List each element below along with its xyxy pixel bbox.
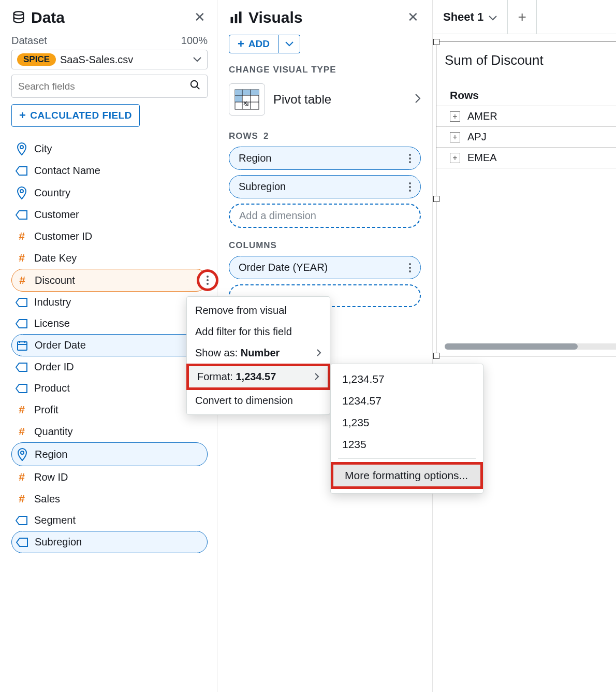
rows-well-label: ROWS <box>229 131 258 141</box>
dimension-icon <box>16 166 28 176</box>
close-icon[interactable]: ✕ <box>192 7 208 27</box>
field-label: Row ID <box>34 471 68 483</box>
add-sheet-button[interactable]: + <box>508 0 537 34</box>
field-row-id[interactable]: #Row ID <box>11 466 208 488</box>
columns-well-label: COLUMNS <box>229 240 277 251</box>
expand-icon[interactable]: + <box>450 132 460 142</box>
field-customer-id[interactable]: #Customer ID <box>11 225 208 247</box>
close-icon[interactable]: ✕ <box>405 7 421 27</box>
svg-rect-7 <box>235 14 238 23</box>
field-sales[interactable]: #Sales <box>11 488 208 510</box>
change-visual-label: CHANGE VISUAL TYPE <box>229 65 421 75</box>
chip-label: Subregion <box>239 181 286 193</box>
row-value: EMEA <box>467 152 497 164</box>
calculated-field-label: CALCULATED FIELD <box>30 110 132 121</box>
column-chip-order-date[interactable]: Order Date (YEAR) <box>229 256 421 279</box>
field-segment[interactable]: Segment <box>11 510 208 531</box>
dimension-icon <box>16 537 28 547</box>
format-option[interactable]: 1,235 <box>331 412 483 434</box>
field-city[interactable]: City <box>11 137 208 160</box>
field-quantity[interactable]: #Quantity <box>11 421 208 442</box>
menu-add-filter[interactable]: Add filter for this field <box>187 321 330 342</box>
menu-show-as[interactable]: Show as: Number <box>187 342 330 364</box>
chevron-down-icon[interactable] <box>489 10 497 24</box>
database-icon <box>11 10 26 25</box>
search-fields[interactable] <box>11 75 208 98</box>
svg-rect-11 <box>242 90 251 95</box>
format-option[interactable]: 1,234.57 <box>331 368 483 390</box>
menu-convert-dimension[interactable]: Convert to dimension <box>187 390 330 411</box>
field-subregion[interactable]: Subregion <box>11 531 208 553</box>
field-options-button[interactable] <box>197 269 218 291</box>
expand-icon[interactable]: + <box>450 153 460 163</box>
dimension-icon <box>16 383 28 394</box>
field-region[interactable]: Region <box>11 442 208 466</box>
add-visual-dropdown[interactable] <box>278 35 300 53</box>
more-icon[interactable] <box>409 263 411 272</box>
field-label: Order ID <box>34 361 74 373</box>
menu-format[interactable]: Format: 1,234.57 <box>189 366 328 387</box>
field-industry[interactable]: Industry <box>11 292 208 313</box>
scrollbar-thumb[interactable] <box>445 343 578 350</box>
dimension-icon <box>16 210 28 220</box>
field-order-date[interactable]: Order Date <box>11 334 208 356</box>
search-input[interactable] <box>18 81 189 92</box>
chart-icon <box>229 10 243 25</box>
field-discount[interactable]: #Discount <box>11 269 208 292</box>
field-license[interactable]: License <box>11 313 208 334</box>
add-visual-button[interactable]: + ADD <box>229 35 278 53</box>
visual-type-selector[interactable]: Pivot table <box>229 80 421 119</box>
field-order-id[interactable]: Order ID <box>11 356 208 378</box>
svg-rect-8 <box>239 11 242 23</box>
field-profit[interactable]: #Profit <box>11 399 208 421</box>
svg-point-1 <box>191 81 198 88</box>
sheet-tab[interactable]: Sheet 1 <box>433 0 508 34</box>
number-icon: # <box>16 252 28 264</box>
number-icon: # <box>16 493 28 505</box>
calculated-field-button[interactable]: + CALCULATED FIELD <box>11 104 140 127</box>
menu-label: Show as: Number <box>195 347 280 359</box>
expand-icon[interactable]: + <box>450 111 460 122</box>
pivot-row[interactable]: + APJ <box>436 127 616 148</box>
visual-title: Sum of Discount <box>436 42 616 85</box>
dimension-icon <box>16 515 28 526</box>
rows-placeholder[interactable]: Add a dimension <box>229 204 421 228</box>
horizontal-scrollbar[interactable] <box>445 343 616 350</box>
format-option[interactable]: 1234.57 <box>331 390 483 412</box>
more-icon[interactable] <box>409 182 411 192</box>
search-icon[interactable] <box>189 79 201 93</box>
number-icon: # <box>16 425 28 438</box>
chevron-right-icon <box>315 371 319 383</box>
dataset-label: Dataset <box>11 35 47 47</box>
more-icon[interactable] <box>409 154 411 163</box>
field-contact-name[interactable]: Contact Name <box>11 160 208 181</box>
svg-point-3 <box>20 190 23 193</box>
field-label: Quantity <box>34 426 72 438</box>
field-product[interactable]: Product <box>11 378 208 399</box>
row-chip-region[interactable]: Region <box>229 147 421 170</box>
resize-handle[interactable] <box>433 196 439 202</box>
dimension-icon <box>16 297 28 308</box>
field-country[interactable]: Country <box>11 181 208 204</box>
visual-frame[interactable]: Sum of Discount Rows + AMER + APJ + EMEA <box>436 41 616 356</box>
field-date-key[interactable]: #Date Key <box>11 247 208 269</box>
dataset-name: SaaS-Sales.csv <box>60 54 193 66</box>
field-label: Customer <box>34 209 79 221</box>
format-submenu: 1,234.57 1234.57 1,235 1235 More formatt… <box>330 364 483 494</box>
field-label: Country <box>34 187 70 199</box>
resize-handle[interactable] <box>433 353 439 359</box>
rows-column-header: Rows <box>436 85 616 106</box>
field-label: Sales <box>34 493 60 505</box>
row-chip-subregion[interactable]: Subregion <box>229 175 421 198</box>
menu-remove[interactable]: Remove from visual <box>187 300 330 321</box>
pivot-row[interactable]: + AMER <box>436 106 616 127</box>
menu-label: Convert to dimension <box>195 395 293 407</box>
svg-rect-6 <box>231 17 233 23</box>
resize-handle[interactable] <box>433 39 439 45</box>
field-customer[interactable]: Customer <box>11 204 208 225</box>
dataset-selector[interactable]: SPICE SaaS-Sales.csv <box>11 50 208 69</box>
dimension-icon <box>16 319 28 329</box>
more-formatting-options[interactable]: More formatting options... <box>333 465 480 486</box>
format-option[interactable]: 1235 <box>331 434 483 455</box>
pivot-row[interactable]: + EMEA <box>436 148 616 168</box>
